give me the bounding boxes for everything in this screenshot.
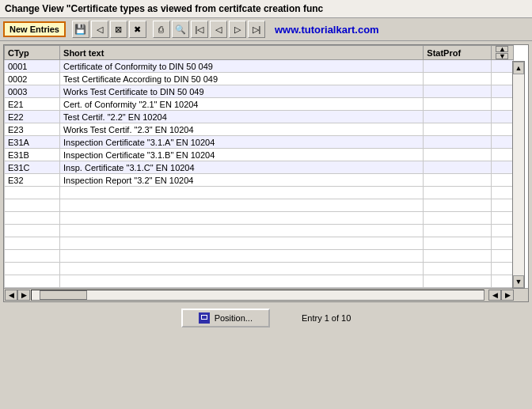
nav-prev-button[interactable]: ◁ xyxy=(210,21,227,38)
table-row[interactable]: E31AInspection Certificate "3.1.A" EN 10… xyxy=(5,136,514,149)
website-link[interactable]: www.tutorialkart.com xyxy=(275,24,379,36)
cell-statprof xyxy=(424,111,492,123)
nav-next-icon: ▷ xyxy=(234,25,241,35)
entry-info: Entry 1 of 10 xyxy=(302,313,351,323)
v-scroll-extra-right[interactable]: ▶ xyxy=(501,290,514,301)
cell-ctyp: E22 xyxy=(5,111,60,123)
nav-first-icon: |◁ xyxy=(196,25,204,35)
h-scroll-right-button[interactable]: ▶ xyxy=(17,290,30,301)
v-scroll-extra-left[interactable]: ◀ xyxy=(488,290,501,301)
cancel-icon: ✖ xyxy=(134,25,141,35)
cell-scroll xyxy=(491,98,513,111)
back-icon: ◁ xyxy=(97,25,103,35)
col-header-short: Short text xyxy=(60,46,424,60)
cell-statprof xyxy=(424,60,492,73)
toolbar: New Entries 💾 ◁ ⊠ ✖ ⎙ 🔍 |◁ ◁ ▷ ▷| www.tu… xyxy=(0,18,532,41)
find-button[interactable]: 🔍 xyxy=(172,21,189,38)
cell-ctyp: 0001 xyxy=(5,60,60,73)
svg-rect-1 xyxy=(202,316,207,319)
cell-scroll xyxy=(491,123,513,136)
cancel-button[interactable]: ✖ xyxy=(129,21,146,38)
h-scroll-track[interactable] xyxy=(31,290,484,301)
cell-statprof xyxy=(424,85,492,98)
cell-scroll xyxy=(491,161,513,174)
empty-row xyxy=(5,275,514,288)
col-header-statprof: StatProf xyxy=(424,46,492,60)
cell-scroll xyxy=(491,174,513,187)
position-label: Position... xyxy=(215,313,253,323)
cell-scroll xyxy=(491,136,513,149)
cell-scroll xyxy=(491,60,513,73)
empty-row xyxy=(5,212,514,225)
cell-statprof xyxy=(424,161,492,174)
exit-icon: ⊠ xyxy=(115,25,122,35)
cell-statprof xyxy=(424,136,492,149)
position-button[interactable]: Position... xyxy=(181,309,270,328)
save-icon: 💾 xyxy=(74,24,86,35)
cell-ctyp: E21 xyxy=(5,98,60,111)
table-row[interactable]: 0002Test Certificate According to DIN 50… xyxy=(5,73,514,85)
nav-next-button[interactable]: ▷ xyxy=(229,21,246,38)
empty-row xyxy=(5,225,514,237)
cell-short: Inspection Report "3.2" EN 10204 xyxy=(60,174,424,187)
empty-row xyxy=(5,263,514,275)
cell-ctyp: E32 xyxy=(5,174,60,187)
table-row[interactable]: 0001Certificate of Conformity to DIN 50 … xyxy=(5,60,514,73)
print-icon: ⎙ xyxy=(158,25,164,34)
save-button[interactable]: 💾 xyxy=(72,21,89,38)
nav-last-button[interactable]: ▷| xyxy=(248,21,265,38)
cell-ctyp: E31B xyxy=(5,149,60,161)
cell-short: Works Test Certif. "2.3" EN 10204 xyxy=(60,123,424,136)
back-button[interactable]: ◁ xyxy=(91,21,108,38)
col-scroll-down[interactable]: ▼ xyxy=(496,53,508,59)
empty-row xyxy=(5,250,514,263)
col-header-scroll: ▲ ▼ xyxy=(491,46,513,60)
cell-scroll xyxy=(491,73,513,85)
h-scroll-thumb[interactable] xyxy=(40,290,87,300)
empty-row xyxy=(5,199,514,212)
table-row[interactable]: E32Inspection Report "3.2" EN 10204 xyxy=(5,174,514,187)
cell-statprof xyxy=(424,98,492,111)
empty-row xyxy=(5,237,514,250)
scroll-down-button[interactable]: ▼ xyxy=(513,275,524,288)
table-row[interactable]: E31CInsp. Certificate "3.1.C" EN 10204 xyxy=(5,161,514,174)
cell-scroll xyxy=(491,111,513,123)
scroll-up-button[interactable]: ▲ xyxy=(513,62,524,74)
cell-ctyp: 0002 xyxy=(5,73,60,85)
vertical-scrollbar[interactable]: ▲ ▼ xyxy=(512,61,525,289)
empty-row xyxy=(5,187,514,199)
exit-button[interactable]: ⊠ xyxy=(110,21,127,38)
nav-prev-icon: ◁ xyxy=(215,25,222,35)
cell-statprof xyxy=(424,149,492,161)
cell-statprof xyxy=(424,174,492,187)
footer-area: Position... Entry 1 of 10 xyxy=(0,304,532,332)
cell-short: Inspection Certificate "3.1.B" EN 10204 xyxy=(60,149,424,161)
col-scroll-up[interactable]: ▲ xyxy=(496,46,508,52)
cell-short: Cert. of Conformity "2.1" EN 10204 xyxy=(60,98,424,111)
find-icon: 🔍 xyxy=(175,25,186,35)
title-bar: Change View "Certificate types as viewed… xyxy=(0,0,532,18)
cell-scroll xyxy=(491,149,513,161)
cell-ctyp: E31A xyxy=(5,136,60,149)
cell-short: Test Certificate According to DIN 50 049 xyxy=(60,73,424,85)
table-row[interactable]: 0003Works Test Certificate to DIN 50 049 xyxy=(5,85,514,98)
position-icon xyxy=(199,312,210,324)
table-row[interactable]: E21Cert. of Conformity "2.1" EN 10204 xyxy=(5,98,514,111)
print-button[interactable]: ⎙ xyxy=(153,21,170,38)
cell-short: Inspection Certificate "3.1.A" EN 10204 xyxy=(60,136,424,149)
table-row[interactable]: E23Works Test Certif. "2.3" EN 10204 xyxy=(5,123,514,136)
col-header-ctyp: CTyp xyxy=(5,46,60,60)
table-row[interactable]: E22Test Certif. "2.2" EN 10204 xyxy=(5,111,514,123)
cell-scroll xyxy=(491,85,513,98)
h-scroll-left-button[interactable]: ◀ xyxy=(5,290,17,301)
cell-short: Test Certif. "2.2" EN 10204 xyxy=(60,111,424,123)
cell-statprof xyxy=(424,73,492,85)
new-entries-button[interactable]: New Entries xyxy=(3,21,66,37)
main-content: CTyp Short text StatProf ▲ ▼ 0001Certifi… xyxy=(3,44,529,302)
cell-short: Works Test Certificate to DIN 50 049 xyxy=(60,85,424,98)
nav-first-button[interactable]: |◁ xyxy=(191,21,208,38)
bottom-scrollbar-area: ◀ ▶ ◀ ▶ xyxy=(4,288,528,301)
cell-ctyp: E31C xyxy=(5,161,60,174)
cell-short: Certificate of Conformity to DIN 50 049 xyxy=(60,60,424,73)
table-row[interactable]: E31BInspection Certificate "3.1.B" EN 10… xyxy=(5,149,514,161)
